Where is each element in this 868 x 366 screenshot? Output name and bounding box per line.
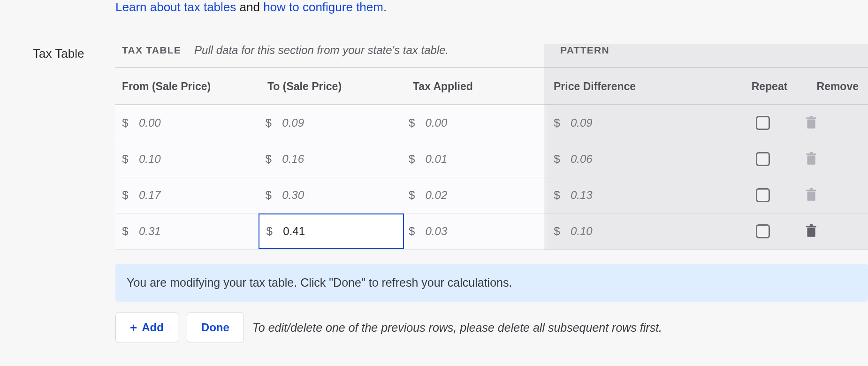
currency-symbol: $ xyxy=(554,189,560,202)
currency-symbol: $ xyxy=(122,225,129,238)
info-banner: You are modifying your tax table. Click … xyxy=(115,264,868,302)
col-remove: Remove xyxy=(812,80,861,93)
from-input[interactable] xyxy=(138,114,194,131)
col-diff: Price Difference xyxy=(554,80,727,93)
done-button-label: Done xyxy=(201,321,229,334)
trash-icon xyxy=(805,152,817,166)
to-cell: $ xyxy=(259,214,404,249)
diff-cell: $ xyxy=(554,223,721,240)
col-to: To (Sale Price) xyxy=(267,80,413,93)
from-cell: $ xyxy=(122,151,265,168)
diff-input[interactable] xyxy=(570,187,626,204)
tax-cell: $ xyxy=(409,187,547,204)
currency-symbol: $ xyxy=(409,152,415,166)
repeat-checkbox[interactable] xyxy=(756,116,770,130)
currency-symbol: $ xyxy=(554,116,560,130)
intro-trailing: . xyxy=(383,0,387,14)
link-how-to-configure[interactable]: how to configure them xyxy=(263,0,383,14)
section-label: Tax Table xyxy=(33,44,115,61)
diff-cell: $ xyxy=(554,187,721,204)
from-cell: $ xyxy=(122,114,265,131)
currency-symbol: $ xyxy=(409,116,415,130)
from-cell: $ xyxy=(122,223,265,240)
tax-input[interactable] xyxy=(425,114,481,131)
repeat-checkbox[interactable] xyxy=(756,152,770,166)
table-row: $$$$ xyxy=(115,214,868,250)
tax-input[interactable] xyxy=(425,187,481,204)
diff-input[interactable] xyxy=(570,114,626,131)
currency-symbol: $ xyxy=(122,189,129,202)
table-header-band: TAX TABLE Pull data for this section fro… xyxy=(115,44,868,68)
table-row: $$$$ xyxy=(115,141,868,177)
currency-symbol: $ xyxy=(266,225,273,238)
currency-symbol: $ xyxy=(554,225,560,238)
repeat-checkbox[interactable] xyxy=(756,188,770,202)
header-tag-pattern: PATTERN xyxy=(560,45,609,55)
to-input[interactable] xyxy=(281,187,337,204)
remove-button[interactable] xyxy=(805,224,856,238)
currency-symbol: $ xyxy=(265,189,272,202)
tax-input[interactable] xyxy=(425,223,481,240)
trash-icon xyxy=(805,224,817,238)
tax-input[interactable] xyxy=(425,151,481,168)
table-row: $$$$ xyxy=(115,105,868,141)
add-button-label: Add xyxy=(142,321,164,334)
trash-icon xyxy=(805,188,817,202)
to-input[interactable] xyxy=(281,114,337,131)
currency-symbol: $ xyxy=(265,152,272,166)
tax-table: TAX TABLE Pull data for this section fro… xyxy=(115,44,868,250)
tax-cell: $ xyxy=(409,114,547,131)
table-row: $$$$ xyxy=(115,177,868,214)
diff-input[interactable] xyxy=(570,151,626,168)
from-input[interactable] xyxy=(138,223,194,240)
to-input[interactable] xyxy=(282,223,338,240)
intro-text-between: and xyxy=(236,0,263,14)
header-tag-tax-table: TAX TABLE xyxy=(122,45,181,56)
currency-symbol: $ xyxy=(409,189,415,202)
from-cell: $ xyxy=(122,187,265,204)
col-from: From (Sale Price) xyxy=(122,80,267,93)
remove-button xyxy=(805,116,856,130)
to-cell: $ xyxy=(265,114,408,131)
repeat-checkbox[interactable] xyxy=(756,224,770,238)
trash-icon xyxy=(805,116,817,130)
tax-cell: $ xyxy=(409,151,547,168)
currency-symbol: $ xyxy=(122,116,129,130)
header-desc: Pull data for this section from your sta… xyxy=(194,44,449,57)
col-tax: Tax Applied xyxy=(413,80,554,93)
to-input[interactable] xyxy=(281,151,337,168)
currency-symbol: $ xyxy=(265,116,272,130)
diff-cell: $ xyxy=(554,114,721,131)
to-cell: $ xyxy=(265,151,408,168)
intro-line: Learn about tax tables and how to config… xyxy=(33,0,868,15)
col-repeat: Repeat xyxy=(727,80,812,93)
column-header-row: From (Sale Price) To (Sale Price) Tax Ap… xyxy=(115,68,868,105)
remove-button xyxy=(805,188,856,202)
link-learn-tax-tables[interactable]: Learn about tax tables xyxy=(115,0,236,14)
from-input[interactable] xyxy=(138,187,194,204)
diff-cell: $ xyxy=(554,151,721,168)
done-button[interactable]: Done xyxy=(187,312,244,343)
to-cell: $ xyxy=(265,187,408,204)
add-button[interactable]: + Add xyxy=(115,312,178,343)
currency-symbol: $ xyxy=(409,225,415,238)
remove-button xyxy=(805,152,856,166)
currency-symbol: $ xyxy=(122,152,129,166)
from-input[interactable] xyxy=(138,151,194,168)
diff-input[interactable] xyxy=(570,223,626,240)
tax-cell: $ xyxy=(409,223,547,240)
currency-symbol: $ xyxy=(554,152,560,166)
actions-hint: To edit/delete one of the previous rows,… xyxy=(252,321,662,335)
